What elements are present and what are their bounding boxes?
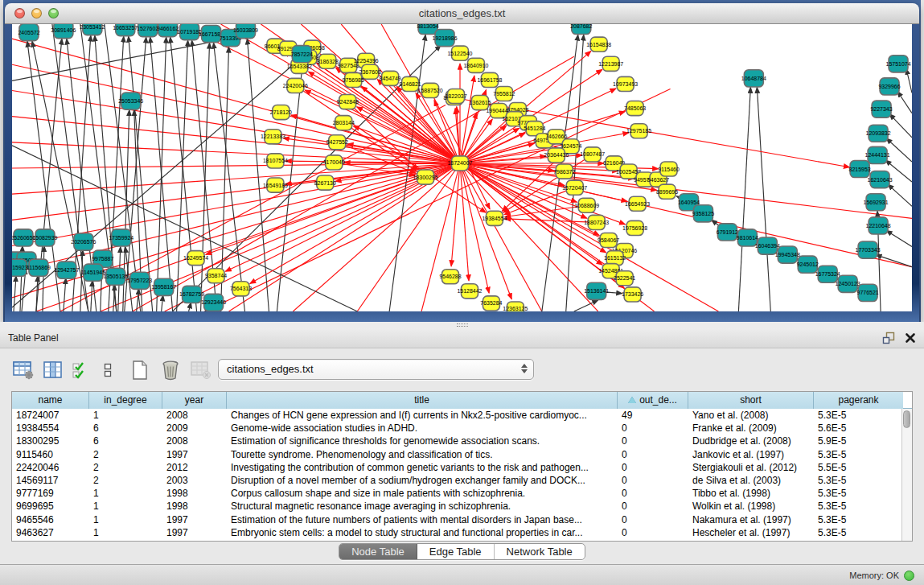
table-cell[interactable]: 9463627 <box>12 526 89 539</box>
table-cell[interactable]: 1997 <box>162 448 227 461</box>
table-row[interactable]: 977716911998Corpus callosum shape and si… <box>12 487 912 500</box>
table-cell[interactable]: 49 <box>618 409 688 422</box>
table-cell[interactable]: Embryonic stem cells: a model to study s… <box>227 526 618 539</box>
table-cell[interactable]: 6 <box>89 435 162 447</box>
table-cell[interactable]: 2 <box>89 448 162 461</box>
table-cell[interactable]: 6 <box>89 422 162 435</box>
delete-column-icon[interactable] <box>158 359 183 381</box>
table-row[interactable]: 946362711997Embryonic stem cells: a mode… <box>12 526 912 539</box>
column-header-short[interactable]: short <box>688 392 814 409</box>
table-cell[interactable]: 5.3E-5 <box>814 513 903 526</box>
column-header-pagerank[interactable]: pagerank <box>814 392 903 409</box>
close-panel-icon[interactable] <box>905 332 916 347</box>
table-cell[interactable]: Nakamura et al. (1997) <box>688 513 814 526</box>
table-cell[interactable]: 19384554 <box>12 422 89 435</box>
table-row[interactable]: 1938455462009Genome-wide association stu… <box>12 422 912 435</box>
table-cell[interactable]: Tourette syndrome. Phenomenology and cla… <box>227 448 618 461</box>
column-header-in-degree[interactable]: in_degree <box>89 392 162 409</box>
table-cell[interactable]: 5.6E-5 <box>814 422 903 435</box>
table-cell[interactable]: Yano et al. (2008) <box>688 409 814 422</box>
table-cell[interactable]: Wolkin et al. (1998) <box>688 500 814 513</box>
table-cell[interactable]: Investigating the contribution of common… <box>227 461 618 474</box>
table-cell[interactable]: 0 <box>618 500 688 513</box>
table-cell[interactable]: 5.3E-5 <box>814 448 903 461</box>
table-cell[interactable]: Estimation of significance thresholds fo… <box>227 435 618 447</box>
table-cell[interactable]: 0 <box>618 526 688 539</box>
scrollbar-thumb[interactable] <box>903 410 910 428</box>
table-cell[interactable]: 2003 <box>162 474 227 487</box>
table-cell[interactable]: 9699695 <box>12 500 89 513</box>
table-cell[interactable]: 5.9E-5 <box>814 435 903 447</box>
table-cell[interactable]: 9777169 <box>12 487 89 500</box>
table-row[interactable]: 1872400712008Changes of HCN gene express… <box>12 409 912 422</box>
table-cell[interactable]: 22420046 <box>12 461 89 474</box>
float-window-icon[interactable] <box>882 332 895 348</box>
table-cell[interactable]: Structural magnetic resonance image aver… <box>227 500 618 513</box>
panel-splitter[interactable] <box>0 322 924 328</box>
delete-table-icon[interactable] <box>189 359 213 381</box>
table-cell[interactable]: 14569117 <box>12 474 89 487</box>
table-row[interactable]: 946554611997Estimation of the future num… <box>12 513 912 526</box>
table-cell[interactable]: 2 <box>89 461 162 474</box>
column-header-out-de[interactable]: out_de... <box>618 392 688 409</box>
table-cell[interactable]: 1997 <box>162 513 227 526</box>
table-cell[interactable]: Dudbridge et al. (2008) <box>688 435 814 447</box>
table-cell[interactable]: 5.5E-5 <box>814 461 903 474</box>
table-cell[interactable]: 5.3E-5 <box>814 526 903 539</box>
table-cell[interactable]: Tibbo et al. (1998) <box>688 487 814 500</box>
table-row[interactable]: 2242004622012Investigating the contribut… <box>12 461 912 474</box>
table-cell[interactable]: 0 <box>618 513 688 526</box>
table-cell[interactable]: 1 <box>89 526 162 539</box>
table-cell[interactable]: Changes of HCN gene expression and I(f) … <box>227 409 618 422</box>
table-cell[interactable]: 1997 <box>162 526 227 539</box>
table-cell[interactable]: 2012 <box>162 461 227 474</box>
table-cell[interactable]: 2008 <box>162 409 227 422</box>
table-cell[interactable]: 2 <box>89 474 162 487</box>
tab-edge-table[interactable]: Edge Table <box>417 544 495 559</box>
table-cell[interactable]: Estimation of the future numbers of pati… <box>227 513 618 526</box>
table-cell[interactable]: 0 <box>618 435 688 447</box>
table-cell[interactable]: 1 <box>89 500 162 513</box>
table-cell[interactable]: Disruption of a novel member of a sodium… <box>227 474 618 487</box>
table-cell[interactable]: Hescheler et al. (1997) <box>688 526 814 539</box>
table-cell[interactable]: Jankovic et al. (1997) <box>688 448 814 461</box>
table-cell[interactable]: Franke et al. (2009) <box>688 422 814 435</box>
table-cell[interactable]: 1998 <box>162 500 227 513</box>
table-cell[interactable]: Corpus callosum shape and size in male p… <box>227 487 618 500</box>
table-cell[interactable]: 5.3E-5 <box>814 500 903 513</box>
table-cell[interactable]: 0 <box>618 487 688 500</box>
network-canvas[interactable]: 1872400786601238912954182260589827508818… <box>12 24 912 311</box>
table-cell[interactable]: Stergiakouli et al. (2012) <box>688 461 814 474</box>
table-cell[interactable]: 0 <box>618 474 688 487</box>
table-cell[interactable]: de Silva et al. (2003) <box>688 474 814 487</box>
window-title-bar[interactable]: citations_edges.txt <box>5 3 919 24</box>
selection-mode-icon[interactable] <box>68 359 92 381</box>
table-row[interactable]: 1830029562008Estimation of significance … <box>12 435 912 447</box>
table-mode-icon[interactable] <box>11 359 35 381</box>
table-cell[interactable]: 2009 <box>162 422 227 435</box>
table-cell[interactable]: 1 <box>89 409 162 422</box>
table-select-dropdown[interactable]: citations_edges.txt <box>218 359 534 380</box>
table-cell[interactable]: 0 <box>618 461 688 474</box>
column-header-year[interactable]: year <box>162 392 227 409</box>
vertical-scrollbar[interactable] <box>901 409 912 541</box>
table-cell[interactable]: 18300295 <box>12 435 89 447</box>
table-cell[interactable]: 9465546 <box>12 513 89 526</box>
new-column-icon[interactable] <box>128 359 152 381</box>
tab-network-table[interactable]: Network Table <box>495 544 585 559</box>
table-cell[interactable]: 1 <box>89 513 162 526</box>
column-header-title[interactable]: title <box>227 392 618 409</box>
table-cell[interactable]: 5.3E-5 <box>814 487 903 500</box>
table-row[interactable]: 911546021997Tourette syndrome. Phenomeno… <box>12 448 912 461</box>
table-cell[interactable]: 0 <box>618 448 688 461</box>
table-row[interactable]: 969969511998Structural magnetic resonanc… <box>12 500 912 513</box>
table-row[interactable]: 1456911722003Disruption of a novel membe… <box>12 474 912 487</box>
table-cell[interactable]: 5.3E-5 <box>814 474 903 487</box>
memory-status-indicator[interactable] <box>904 571 914 581</box>
tab-node-table[interactable]: Node Table <box>339 544 417 559</box>
table-cell[interactable]: 1 <box>89 487 162 500</box>
table-cell[interactable]: 18724007 <box>12 409 89 422</box>
table-cell[interactable]: Genome-wide association studies in ADHD. <box>227 422 618 435</box>
row-height-icon[interactable] <box>96 359 120 381</box>
table-cell[interactable]: 1998 <box>162 487 227 500</box>
